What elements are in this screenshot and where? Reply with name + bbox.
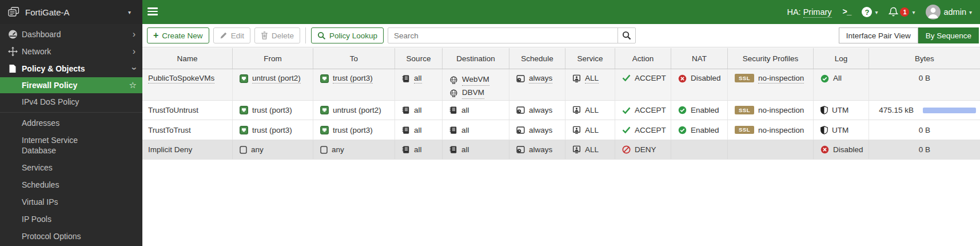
bytes-value: 0 B [919, 74, 930, 82]
security-profile-chip[interactable]: no-inspection [758, 74, 804, 84]
user-menu[interactable]: admin ▾ [926, 5, 972, 19]
favorite-star-icon[interactable]: ☆ [129, 80, 137, 90]
interface-chip[interactable]: trust (port3) [252, 106, 292, 114]
search-submit-button[interactable] [618, 28, 635, 43]
interface-icon [240, 126, 248, 134]
ha-status[interactable]: HA: Primary [787, 7, 831, 17]
column-header-log[interactable]: Log [813, 48, 869, 69]
ssl-badge: SSL [735, 74, 754, 82]
deny-icon [622, 145, 631, 154]
schedule-icon [516, 145, 525, 154]
chevron-down-icon: ▾ [875, 9, 878, 15]
policy-name: Implicit Deny [148, 145, 192, 154]
sidebar-item-protocol-options[interactable]: Protocol Options [0, 228, 142, 245]
sidebar-item-internet-service-database[interactable]: Internet Service Database [0, 132, 142, 159]
service-chip[interactable]: ALL [585, 126, 599, 134]
sidebar-item-network[interactable]: Network › [0, 43, 142, 60]
by-sequence-button[interactable]: By Sequence [918, 27, 979, 43]
sidebar-item-dashboard[interactable]: Dashboard › [0, 26, 142, 43]
security-profile-chip[interactable]: no-inspection [758, 106, 804, 114]
address-icon [402, 145, 410, 154]
top-navbar: FortiGate-A ▾ HA: Primary >_ ? ▾ 1 ▾ [0, 0, 980, 24]
service-chip[interactable]: ALL [585, 74, 599, 84]
search-icon [317, 31, 326, 40]
cli-console-icon[interactable]: >_ [843, 7, 851, 17]
sidebar-item-firewall-policy[interactable]: Firewall Policy ☆ [0, 77, 142, 93]
column-header-nat[interactable]: NAT [671, 48, 727, 69]
sidebar-item-services[interactable]: Services [0, 159, 142, 176]
chevron-down-icon: ▾ [912, 9, 915, 15]
policy-lookup-button[interactable]: Policy Lookup [311, 27, 384, 43]
column-header-from[interactable]: From [232, 48, 313, 69]
sidebar-item-ip-pools[interactable]: IP Pools [0, 211, 142, 228]
security-profile-chip[interactable]: no-inspection [758, 126, 804, 134]
policy-row-trusttotrust[interactable]: TrustToTrust trust (port3) trust (port3)… [142, 120, 980, 140]
table-header-row: Name From To Source Destination Schedule… [142, 48, 980, 69]
policy-row-trusttountrust[interactable]: TrustToUntrust trust (port3) untrust (po… [142, 101, 980, 120]
policy-name[interactable]: TrustToTrust [148, 126, 191, 134]
search-input[interactable] [388, 31, 618, 40]
sidebar-item-virtual-ips[interactable]: Virtual IPs [0, 193, 142, 211]
column-header-bytes[interactable]: Bytes [869, 48, 980, 69]
schedule-chip[interactable]: always [529, 126, 552, 134]
interface-chip[interactable]: untrust (port2) [252, 74, 301, 84]
firewall-policy-table: Name From To Source Destination Schedule… [142, 48, 980, 160]
sidebar-item-ipv4-dos-policy[interactable]: IPv4 DoS Policy [0, 93, 142, 110]
trash-icon [261, 31, 268, 39]
bytes-value: 0 B [919, 145, 930, 154]
interface-icon [320, 126, 329, 134]
create-new-button[interactable]: + Create New [147, 27, 209, 43]
enabled-check-icon [820, 74, 829, 83]
sidebar-item-schedules[interactable]: Schedules [0, 176, 142, 193]
schedule-chip[interactable]: always [529, 74, 552, 84]
address-chip[interactable]: all [414, 126, 422, 134]
menu-toggle-button[interactable] [148, 7, 158, 15]
device-selector[interactable]: FortiGate-A ▾ [0, 0, 142, 24]
column-header-action[interactable]: Action [615, 48, 671, 69]
policy-row-publictospokevms[interactable]: PublicToSpokeVMs untrust (port2) trust (… [142, 69, 980, 101]
action-value: ACCEPT [635, 126, 666, 134]
enabled-check-icon [678, 126, 687, 134]
policy-name[interactable]: TrustToUntrust [148, 106, 198, 114]
address-chip[interactable]: all [461, 126, 469, 134]
address-chip[interactable]: WebVM [462, 74, 489, 86]
column-header-security-profiles[interactable]: Security Profiles [727, 48, 813, 69]
help-menu[interactable]: ? ▾ [862, 7, 878, 17]
interface-chip[interactable]: trust (port3) [333, 126, 373, 134]
column-header-destination[interactable]: Destination [442, 48, 509, 69]
accept-check-icon [622, 107, 631, 114]
column-header-to[interactable]: To [313, 48, 395, 69]
bell-icon [889, 7, 898, 17]
edit-button[interactable]: Edit [213, 27, 250, 43]
address-chip: all [461, 145, 469, 154]
service-all-icon [572, 106, 581, 114]
schedule-chip[interactable]: always [529, 106, 552, 114]
address-chip[interactable]: all [414, 106, 422, 114]
nat-value: Enabled [691, 106, 719, 114]
address-chip[interactable]: DBVM [462, 87, 484, 99]
log-value: UTM [832, 126, 848, 134]
notifications-menu[interactable]: 1 ▾ [889, 7, 915, 17]
plus-icon: + [153, 31, 158, 40]
address-chip: all [414, 145, 422, 154]
sidebar-item-policy-objects[interactable]: Policy & Objects › [0, 60, 142, 77]
column-header-schedule[interactable]: Schedule [509, 48, 565, 69]
policy-name[interactable]: PublicToSpokeVMs [148, 74, 214, 84]
column-header-source[interactable]: Source [395, 48, 442, 69]
interface-chip[interactable]: trust (port3) [252, 126, 292, 134]
action-value: ACCEPT [635, 74, 666, 82]
sidebar-item-addresses[interactable]: Addresses [0, 114, 142, 132]
service-chip: ALL [585, 145, 599, 154]
address-chip[interactable]: all [414, 74, 422, 84]
chevron-down-icon: ▾ [969, 9, 972, 15]
delete-button[interactable]: Delete [254, 27, 300, 43]
column-header-name[interactable]: Name [142, 48, 232, 69]
policy-row-implicit-deny[interactable]: Implicit Deny any any all all always [142, 140, 980, 160]
interface-pair-view-button[interactable]: Interface Pair View [839, 27, 918, 43]
service-chip[interactable]: ALL [585, 106, 599, 114]
column-header-service[interactable]: Service [565, 48, 615, 69]
interface-chip[interactable]: untrust (port2) [333, 106, 381, 114]
address-chip[interactable]: all [461, 106, 469, 114]
interface-chip[interactable]: trust (port3) [333, 74, 373, 84]
network-icon [7, 47, 18, 57]
